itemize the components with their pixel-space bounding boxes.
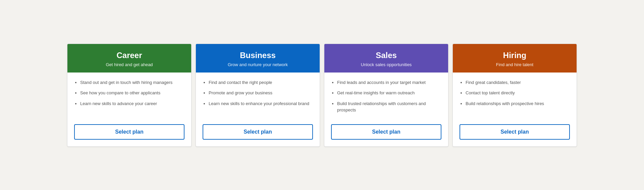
plan-feature-business-1: Promote and grow your business (209, 90, 313, 96)
select-plan-button-career[interactable]: Select plan (74, 124, 184, 140)
plan-feature-hiring-0: Find great candidates, faster (466, 79, 570, 86)
plan-title-sales: Sales (330, 51, 443, 60)
plan-header-sales: SalesUnlock sales opportunities (324, 44, 448, 73)
plan-title-career: Career (73, 51, 186, 60)
plan-card-hiring: HiringFind and hire talentFind great can… (452, 44, 577, 147)
plan-feature-hiring-2: Build relationships with prospective hir… (466, 100, 570, 107)
plan-card-sales: SalesUnlock sales opportunitiesFind lead… (324, 44, 448, 147)
plan-footer-career: Select plan (67, 119, 191, 146)
plan-footer-sales: Select plan (324, 119, 448, 146)
plan-title-hiring: Hiring (458, 51, 571, 60)
plan-header-career: CareerGet hired and get ahead (67, 44, 191, 73)
plan-body-business: Find and contact the right peoplePromote… (196, 73, 320, 119)
plan-feature-business-0: Find and contact the right people (209, 79, 313, 86)
plan-header-business: BusinessGrow and nurture your network (196, 44, 320, 73)
plan-subtitle-hiring: Find and hire talent (458, 62, 571, 67)
plan-footer-business: Select plan (196, 119, 320, 146)
plan-header-hiring: HiringFind and hire talent (453, 44, 577, 73)
plan-feature-sales-2: Build trusted relationships with custome… (337, 100, 441, 113)
plan-title-business: Business (201, 51, 314, 60)
plans-container: CareerGet hired and get aheadStand out a… (54, 36, 590, 155)
plan-features-career: Stand out and get in touch with hiring m… (74, 79, 184, 107)
select-plan-button-sales[interactable]: Select plan (331, 124, 441, 140)
plan-subtitle-sales: Unlock sales opportunities (330, 62, 443, 67)
plan-body-sales: Find leads and accounts in your target m… (324, 73, 448, 119)
plan-body-career: Stand out and get in touch with hiring m… (67, 73, 191, 119)
plan-card-business: BusinessGrow and nurture your networkFin… (196, 44, 320, 147)
plan-feature-sales-0: Find leads and accounts in your target m… (337, 79, 441, 86)
plan-feature-hiring-1: Contact top talent directly (466, 90, 570, 96)
select-plan-button-hiring[interactable]: Select plan (460, 124, 570, 140)
plan-feature-sales-1: Get real-time insights for warm outreach (337, 90, 441, 96)
plan-body-hiring: Find great candidates, fasterContact top… (453, 73, 577, 119)
plan-subtitle-business: Grow and nurture your network (201, 62, 314, 67)
select-plan-button-business[interactable]: Select plan (203, 124, 313, 140)
plan-footer-hiring: Select plan (453, 119, 577, 146)
plan-feature-career-0: Stand out and get in touch with hiring m… (80, 79, 184, 86)
plan-subtitle-career: Get hired and get ahead (73, 62, 186, 67)
plan-card-career: CareerGet hired and get aheadStand out a… (67, 44, 192, 147)
plan-features-sales: Find leads and accounts in your target m… (331, 79, 441, 113)
plan-feature-career-2: Learn new skills to advance your career (80, 100, 184, 107)
plan-features-business: Find and contact the right peoplePromote… (203, 79, 313, 107)
plan-feature-career-1: See how you compare to other applicants (80, 90, 184, 96)
plan-feature-business-2: Learn new skills to enhance your profess… (209, 100, 313, 107)
plan-features-hiring: Find great candidates, fasterContact top… (460, 79, 570, 107)
